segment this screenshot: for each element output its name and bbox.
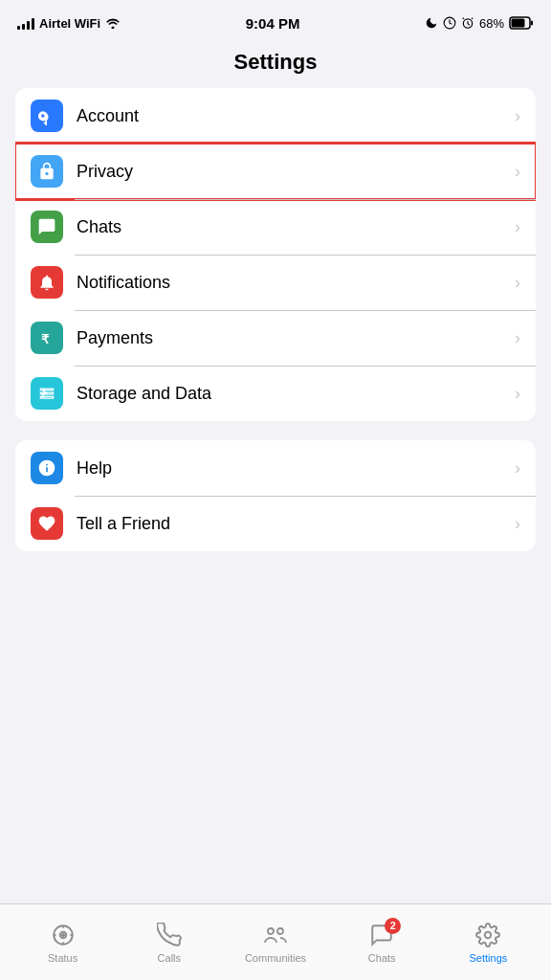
payments-label: Payments (77, 328, 507, 348)
battery-label: 68% (479, 16, 504, 31)
storage-chevron: › (515, 384, 520, 404)
settings-row-tellfriend[interactable]: Tell a Friend › (15, 496, 536, 551)
chats-icon-bg (31, 211, 63, 243)
settings-content: Account › Privacy › (0, 88, 551, 551)
settings-row-payments[interactable]: ₹ Payments › (15, 310, 536, 366)
privacy-icon-bg (31, 155, 63, 188)
tab-communities[interactable]: Communities (222, 922, 328, 964)
settings-group-help: Help › Tell a Friend › (15, 440, 536, 551)
svg-rect-3 (512, 19, 525, 28)
tab-calls[interactable]: Calls (116, 922, 222, 964)
carrier-label: Airtel WiFi (39, 16, 100, 31)
status-left: Airtel WiFi (17, 16, 121, 31)
page-title-bar: Settings (0, 42, 551, 88)
chat-icon (37, 217, 56, 236)
rupee-icon: ₹ (37, 328, 56, 347)
notifications-label: Notifications (77, 273, 507, 293)
settings-tab-icon (474, 922, 501, 948)
settings-row-chats[interactable]: Chats › (15, 199, 536, 255)
chats-tab-icon: 2 (368, 922, 395, 948)
status-time: 9:04 PM (246, 15, 300, 32)
status-bar: Airtel WiFi 9:04 PM 68% (0, 0, 551, 42)
svg-point-12 (485, 931, 492, 938)
settings-row-account[interactable]: Account › (15, 88, 536, 144)
settings-gear-icon (475, 923, 500, 947)
status-tab-label: Status (48, 952, 77, 964)
help-label: Help (77, 458, 507, 479)
communities-icon (262, 923, 289, 947)
tab-bar: Status Calls Communities 2 (0, 903, 551, 980)
status-tab-icon (50, 922, 77, 948)
page-title: Settings (0, 50, 551, 75)
clock-icon (443, 16, 456, 30)
settings-row-help[interactable]: Help › (15, 440, 536, 496)
tellfriend-chevron: › (515, 514, 520, 534)
status-icon (51, 923, 76, 947)
privacy-label: Privacy (77, 162, 507, 182)
wifi-icon (105, 17, 121, 29)
chats-chevron: › (515, 217, 520, 237)
help-icon-bg (31, 452, 63, 484)
payments-icon-bg: ₹ (31, 322, 63, 354)
info-icon (37, 458, 56, 478)
calls-icon (157, 923, 182, 947)
calls-tab-label: Calls (158, 952, 181, 964)
chats-label: Chats (77, 217, 507, 237)
settings-group-main: Account › Privacy › (15, 88, 536, 421)
settings-row-notifications[interactable]: Notifications › (15, 255, 536, 310)
communities-tab-label: Communities (245, 952, 306, 964)
payments-chevron: › (515, 328, 520, 348)
notifications-chevron: › (515, 273, 520, 293)
chats-badge: 2 (385, 918, 401, 934)
svg-text:↕: ↕ (40, 389, 45, 400)
tab-settings[interactable]: Settings (435, 922, 541, 964)
bell-icon (37, 273, 56, 292)
moon-icon (425, 16, 438, 30)
svg-text:₹: ₹ (41, 332, 50, 346)
battery-icon (509, 16, 534, 30)
tab-status[interactable]: Status (10, 922, 116, 964)
privacy-chevron: › (515, 162, 520, 182)
settings-row-storage[interactable]: ↕ Storage and Data › (15, 366, 536, 421)
svg-rect-4 (531, 21, 533, 26)
alarm-icon (461, 16, 474, 30)
signal-bars (17, 16, 34, 30)
settings-row-privacy[interactable]: Privacy › (15, 144, 536, 199)
svg-point-11 (277, 928, 283, 934)
storage-icon-bg: ↕ (31, 377, 63, 410)
account-chevron: › (515, 106, 520, 126)
tellfriend-label: Tell a Friend (77, 514, 507, 534)
help-chevron: › (515, 458, 520, 479)
lock-icon (37, 162, 56, 181)
storage-icon: ↕ (37, 384, 56, 403)
account-icon-bg (31, 100, 63, 132)
notifications-icon-bg (31, 266, 63, 299)
main-content: Account › Privacy › (0, 88, 551, 657)
chats-tab-label: Chats (368, 952, 396, 964)
key-icon (37, 106, 56, 125)
status-right: 68% (425, 16, 534, 31)
account-label: Account (77, 106, 507, 126)
storage-label: Storage and Data (77, 384, 507, 404)
communities-tab-icon (262, 922, 289, 948)
tellfriend-icon-bg (31, 507, 63, 540)
settings-tab-label: Settings (470, 952, 508, 964)
svg-point-10 (268, 928, 274, 934)
calls-tab-icon (156, 922, 183, 948)
heart-icon (37, 514, 56, 533)
svg-point-9 (62, 933, 64, 935)
tab-chats[interactable]: 2 Chats (329, 922, 435, 964)
